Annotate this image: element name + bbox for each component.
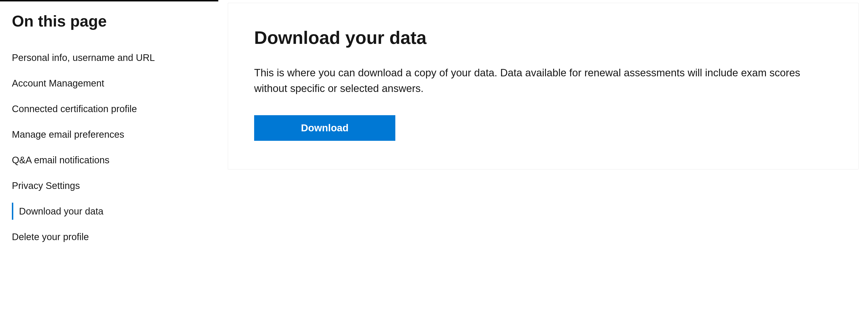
sidebar-item-download-data[interactable]: Download your data xyxy=(12,198,207,224)
sidebar-heading: On this page xyxy=(12,12,207,31)
sidebar-item-label: Delete your profile xyxy=(12,232,89,242)
sidebar-item-label: Personal info, username and URL xyxy=(12,53,155,63)
page-title: Download your data xyxy=(254,27,832,48)
sidebar-item-label: Account Management xyxy=(12,78,104,89)
sidebar-item-email-preferences[interactable]: Manage email preferences xyxy=(12,122,207,147)
sidebar-item-account-management[interactable]: Account Management xyxy=(12,70,207,96)
sidebar-nav: Personal info, username and URL Account … xyxy=(12,45,207,250)
page-description: This is where you can download a copy of… xyxy=(254,65,812,96)
sidebar-item-label: Privacy Settings xyxy=(12,180,80,191)
sidebar-item-connected-certification[interactable]: Connected certification profile xyxy=(12,96,207,122)
page-container: On this page Personal info, username and… xyxy=(0,0,868,329)
sidebar-item-delete-profile[interactable]: Delete your profile xyxy=(12,224,207,250)
download-button[interactable]: Download xyxy=(254,115,395,141)
sidebar-item-label: Q&A email notifications xyxy=(12,155,110,165)
sidebar-item-label: Connected certification profile xyxy=(12,104,137,114)
main-content: Download your data This is where you can… xyxy=(218,0,868,329)
sidebar-item-label: Manage email preferences xyxy=(12,129,124,140)
download-card: Download your data This is where you can… xyxy=(228,3,859,169)
sidebar-item-personal-info[interactable]: Personal info, username and URL xyxy=(12,45,207,70)
sidebar-item-label: Download your data xyxy=(19,206,103,217)
sidebar: On this page Personal info, username and… xyxy=(0,0,218,329)
top-bar-accent xyxy=(0,0,218,1)
sidebar-item-privacy-settings[interactable]: Privacy Settings xyxy=(12,173,207,198)
sidebar-item-qa-notifications[interactable]: Q&A email notifications xyxy=(12,147,207,173)
